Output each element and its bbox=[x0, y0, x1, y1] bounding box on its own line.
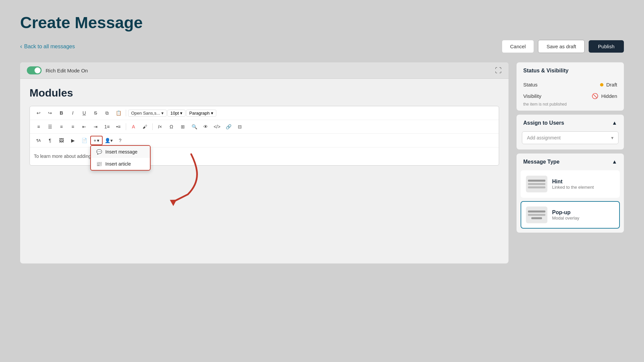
image-button[interactable]: 🖼 bbox=[56, 136, 67, 145]
popup-card-text: Pop-up Modal overlay bbox=[552, 209, 579, 221]
assignment-chevron-icon: ▾ bbox=[611, 135, 613, 140]
align-justify-button[interactable]: ≡ bbox=[67, 122, 78, 131]
font-family-selector[interactable]: Open Sans,s... ▾ bbox=[128, 110, 167, 117]
chevron-left-icon: ‹ bbox=[20, 43, 22, 50]
hint-label: Hint bbox=[552, 179, 594, 185]
font-size-selector[interactable]: 10pt ▾ bbox=[167, 110, 185, 117]
popup-description: Modal overlay bbox=[552, 216, 579, 221]
popup-type-card[interactable]: Pop-up Modal overlay bbox=[521, 201, 620, 229]
preview-button[interactable]: 👁 bbox=[200, 122, 211, 131]
para-chevron-icon: ▾ bbox=[211, 111, 213, 116]
popup-label: Pop-up bbox=[552, 209, 579, 216]
visibility-value: 🚫 Hidden bbox=[592, 93, 617, 99]
table2-button[interactable]: ⊟ bbox=[234, 122, 245, 131]
help-button[interactable]: ? bbox=[115, 136, 125, 145]
align-left-button[interactable]: ≡ bbox=[33, 122, 44, 131]
add-assignment-dropdown[interactable]: Add assignment ▾ bbox=[522, 131, 619, 144]
hint-type-card[interactable]: Hint Linked to the element bbox=[521, 170, 620, 198]
highlight-button[interactable]: 🖌 bbox=[140, 122, 150, 131]
bold-button[interactable]: B bbox=[56, 108, 67, 118]
align-right-button[interactable]: ≡ bbox=[56, 122, 67, 131]
status-label: Status bbox=[523, 82, 538, 87]
plus-chevron-icon: ▾ bbox=[97, 138, 99, 143]
save-draft-button[interactable]: Save as draft bbox=[538, 40, 584, 53]
table-button[interactable]: ⊞ bbox=[177, 122, 188, 131]
italic-button[interactable]: I bbox=[67, 108, 78, 118]
insert-message-label: Insert message bbox=[105, 149, 138, 155]
clear-format-button[interactable]: I× bbox=[155, 122, 165, 131]
hint-description: Linked to the element bbox=[552, 185, 594, 190]
status-value: Draft bbox=[600, 82, 617, 87]
add-assignment-placeholder: Add assignment bbox=[527, 135, 560, 140]
top-actions: Cancel Save as draft Publish bbox=[502, 40, 624, 53]
message-type-collapse-icon: ▲ bbox=[612, 159, 617, 165]
status-dot bbox=[600, 83, 603, 86]
hint-card-text: Hint Linked to the element bbox=[552, 179, 594, 190]
back-link-label: Back to all messages bbox=[24, 44, 75, 50]
format-select-button[interactable]: ¶A bbox=[33, 136, 44, 145]
editor-panel: Rich Edit Mode On ⛶ Modules ↩ ↪ B I U S bbox=[20, 62, 508, 263]
toolbar-row-2: ≡ ☰ ≡ ≡ ⇤ ⇥ 1≡ •≡ A 🖌 I× Ω ⊞ bbox=[30, 120, 499, 134]
ordered-list-button[interactable]: 1≡ bbox=[102, 122, 112, 131]
toolbar-row-3: ¶A ¶ 🖼 ▶ 📄 + ▾ bbox=[30, 134, 499, 147]
fullscreen-icon[interactable]: ⛶ bbox=[495, 67, 502, 74]
undo-button[interactable]: ↩ bbox=[33, 108, 44, 118]
rich-edit-bar: Rich Edit Mode On ⛶ bbox=[20, 62, 508, 79]
status-visibility-header[interactable]: Status & Visibility bbox=[517, 62, 624, 79]
rich-edit-label: Rich Edit Mode On bbox=[46, 68, 88, 73]
video-button[interactable]: ▶ bbox=[67, 136, 78, 145]
insert-dropdown-menu: 💬 Insert message 📰 Insert article bbox=[90, 145, 151, 171]
assign-users-header[interactable]: Assign to Users ▲ bbox=[517, 115, 624, 131]
message-icon: 💬 bbox=[96, 149, 102, 155]
paste-format-button[interactable]: 📋 bbox=[113, 108, 124, 118]
search-button[interactable]: 🔍 bbox=[189, 122, 200, 131]
assign-button[interactable]: 👤▾ bbox=[103, 136, 114, 145]
insert-article-label: Insert article bbox=[105, 161, 131, 167]
message-type-header[interactable]: Message Type ▲ bbox=[517, 154, 624, 170]
visibility-label: Visibility bbox=[523, 93, 541, 99]
align-center-button[interactable]: ☰ bbox=[45, 122, 55, 131]
editor-section-title: Modules bbox=[30, 87, 499, 99]
hidden-icon: 🚫 bbox=[592, 93, 598, 99]
source-button[interactable]: </> bbox=[212, 122, 222, 131]
visibility-hint: the item is not published bbox=[517, 102, 624, 111]
font-color-button[interactable]: A bbox=[128, 122, 139, 131]
visibility-text: Hidden bbox=[601, 93, 617, 99]
link-button[interactable]: 🔗 bbox=[223, 122, 234, 131]
assign-users-section: Assign to Users ▲ Add assignment ▾ bbox=[517, 115, 624, 149]
page-title: Create Message bbox=[20, 13, 624, 32]
indent-button[interactable]: ⇥ bbox=[90, 122, 101, 131]
back-link[interactable]: ‹ Back to all messages bbox=[20, 43, 75, 50]
status-row: Status Draft bbox=[517, 79, 624, 90]
toolbar-container: ↩ ↪ B I U S ⧉ 📋 Open Sans,s... ▾ bbox=[30, 106, 499, 166]
rich-edit-toggle[interactable] bbox=[27, 66, 42, 74]
unordered-list-button[interactable]: •≡ bbox=[113, 122, 124, 131]
assign-users-content: Add assignment ▾ bbox=[517, 131, 624, 149]
paragraph-selector[interactable]: Paragraph ▾ bbox=[186, 110, 216, 117]
cancel-button[interactable]: Cancel bbox=[502, 40, 534, 53]
outdent-button[interactable]: ⇤ bbox=[79, 122, 90, 131]
popup-card-icon bbox=[526, 206, 547, 223]
status-visibility-section: Status & Visibility Status Draft Visibil… bbox=[517, 62, 624, 111]
insert-message-item[interactable]: 💬 Insert message bbox=[91, 146, 150, 158]
copy-format-button[interactable]: ⧉ bbox=[102, 108, 112, 118]
redo-button[interactable]: ↪ bbox=[45, 108, 55, 118]
toggle-knob bbox=[35, 67, 41, 73]
message-type-section: Message Type ▲ Hint Linked to the ele bbox=[517, 154, 624, 233]
special-char-button[interactable]: Ω bbox=[166, 122, 177, 131]
message-type-cards: Hint Linked to the element Pop-up bbox=[517, 170, 624, 233]
publish-button[interactable]: Publish bbox=[589, 40, 624, 53]
toolbar-row-1: ↩ ↪ B I U S ⧉ 📋 Open Sans,s... ▾ bbox=[30, 106, 499, 120]
assign-collapse-icon: ▲ bbox=[612, 120, 617, 126]
insert-article-item[interactable]: 📰 Insert article bbox=[91, 158, 150, 170]
document-button[interactable]: 📄 bbox=[79, 136, 90, 145]
underline-button[interactable]: U bbox=[79, 108, 90, 118]
visibility-row: Visibility 🚫 Hidden bbox=[517, 90, 624, 102]
strikethrough-button[interactable]: S bbox=[90, 108, 101, 118]
hint-card-icon bbox=[526, 176, 547, 192]
pilcrow-button[interactable]: ¶ bbox=[45, 136, 55, 145]
article-icon: 📰 bbox=[96, 161, 102, 167]
plus-icon: + bbox=[94, 138, 96, 143]
assign-users-title: Assign to Users bbox=[523, 120, 564, 126]
insert-plus-button[interactable]: + ▾ bbox=[90, 136, 103, 145]
